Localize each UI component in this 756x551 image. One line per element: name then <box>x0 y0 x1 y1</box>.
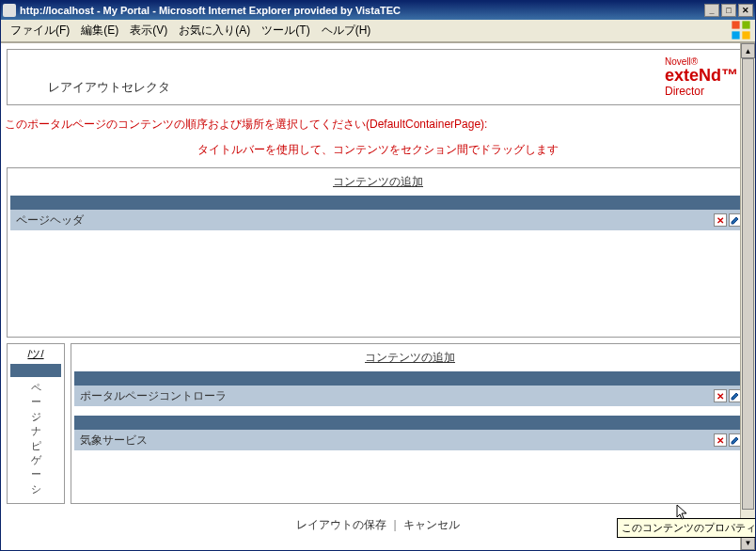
close-button[interactable]: ✕ <box>738 4 753 17</box>
scroll-up-button[interactable]: ▲ <box>741 43 755 58</box>
header-frame: レアイアウトセレクタ Novell® exteNd™ Director <box>7 49 749 105</box>
menu-edit[interactable]: 編集(E) <box>75 20 124 41</box>
portlet-titlebar[interactable] <box>10 196 746 210</box>
menu-view[interactable]: 表示(V) <box>124 20 173 41</box>
svg-rect-3 <box>742 31 749 39</box>
cancel-link[interactable]: キャンセル <box>403 518 460 531</box>
scroll-thumb[interactable] <box>742 58 754 510</box>
maximize-button[interactable]: □ <box>721 4 736 17</box>
save-layout-link[interactable]: レイアウトの保存 <box>296 518 386 531</box>
main-section: コンテンツの追加 ポータルページコントローラ ✕ 気象サービス <box>71 343 749 504</box>
window-titlebar: http://localhost - My Portal - Microsoft… <box>1 1 755 20</box>
page-title: レアイアウトセレクタ <box>48 79 170 96</box>
sidebar-portlet-label: ペ ー ジ ナ ピ ゲ ー シ <box>10 377 61 500</box>
menu-tools[interactable]: ツール(T) <box>256 20 315 41</box>
delete-icon[interactable]: ✕ <box>714 213 727 227</box>
menu-favorites[interactable]: お気に入り(A) <box>173 20 256 41</box>
portlet-row: 気象サービス ✕ <box>74 430 746 450</box>
ie-icon <box>3 4 16 17</box>
minimize-button[interactable]: _ <box>704 4 719 17</box>
menu-help[interactable]: ヘルプ(H) <box>316 20 377 41</box>
sidebar-section: /ツ/ ペ ー ジ ナ ピ ゲ ー シ <box>7 343 65 504</box>
vertical-scrollbar[interactable]: ▲ ▼ <box>740 43 755 550</box>
portlet-titlebar[interactable] <box>10 364 61 377</box>
delete-icon[interactable]: ✕ <box>714 433 727 447</box>
portlet-label: ポータルページコントローラ <box>80 388 227 404</box>
menu-file[interactable]: ファイル(F) <box>5 20 75 41</box>
tooltip: このコンテンツのプロパティを変更します。 <box>617 518 755 538</box>
portlet-titlebar[interactable] <box>74 416 746 430</box>
portlet-label: ページヘッダ <box>16 213 84 228</box>
brand-logo: Novell® exteNd™ Director <box>665 56 738 98</box>
drag-hint-text: タイトルバーを使用して、コンテンツをセクション間でドラッグします <box>1 138 755 162</box>
top-section: コンテンツの追加 ページヘッダ ✕ <box>7 167 749 338</box>
svg-rect-1 <box>742 21 749 28</box>
svg-rect-0 <box>732 21 739 28</box>
menubar: ファイル(F) 編集(E) 表示(V) お気に入り(A) ツール(T) ヘルプ(… <box>1 20 755 42</box>
portlet-label: 気象サービス <box>80 433 148 449</box>
window-title: http://localhost - My Portal - Microsoft… <box>20 5 704 16</box>
content-area: レアイアウトセレクタ Novell® exteNd™ Director このポー… <box>1 42 755 550</box>
windows-logo-icon <box>731 22 751 39</box>
add-content-link-side[interactable]: /ツ/ <box>10 347 61 364</box>
svg-rect-2 <box>732 31 739 39</box>
add-content-link-main[interactable]: コンテンツの追加 <box>365 351 455 364</box>
delete-icon[interactable]: ✕ <box>714 389 727 402</box>
portlet-row: ページヘッダ ✕ <box>10 210 746 230</box>
portlet-titlebar[interactable] <box>74 371 746 386</box>
instruction-text: このポータルページのコンテンツの順序および場所を選択してください(Default… <box>1 111 755 138</box>
add-content-link-top[interactable]: コンテンツの追加 <box>333 175 423 188</box>
portlet-row: ポータルページコントローラ ✕ <box>74 386 746 406</box>
